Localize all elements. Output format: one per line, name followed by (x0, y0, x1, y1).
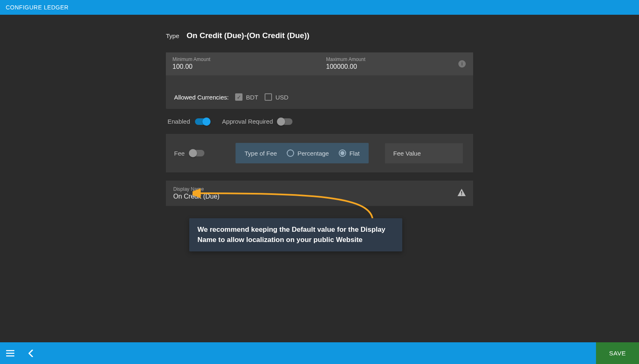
type-row: Type On Credit (Due)-(On Credit (Due)) (166, 31, 473, 40)
display-name-label: Display Name (173, 186, 466, 192)
header-bar: CONFIGURE LEDGER (0, 0, 639, 15)
toggle-knob (202, 118, 211, 126)
approval-toggle-group: Approval Required (222, 118, 292, 125)
display-name-field[interactable]: Display Name On Credit (Due) (166, 181, 473, 206)
content-area: Type On Credit (Due)-(On Credit (Due)) M… (0, 15, 639, 342)
type-of-fee-label: Type of Fee (245, 150, 277, 157)
amounts-panel: Minimum Amount 100.00 Maximum Amount 100… (166, 52, 473, 109)
display-name-value: On Credit (Due) (173, 193, 466, 200)
maximum-amount-field[interactable]: Maximum Amount 100000.00 (320, 52, 473, 75)
allowed-currencies-label: Allowed Currencies: (174, 94, 229, 101)
fee-value-label: Fee Value (393, 150, 421, 157)
annotation-callout: We recommend keeping the Default value f… (189, 218, 402, 251)
annotation-text: We recommend keeping the Default value f… (197, 226, 385, 244)
checkbox-icon: ✓ (235, 93, 242, 101)
warning-icon (458, 189, 466, 198)
currency-code: BDT (246, 94, 258, 101)
fee-toggle[interactable] (190, 150, 204, 156)
header-title: CONFIGURE LEDGER (6, 4, 68, 11)
enabled-toggle-group: Enabled (168, 118, 210, 125)
approval-toggle[interactable] (278, 118, 292, 125)
svg-rect-4 (6, 355, 14, 357)
fee-type-flat-radio[interactable]: Flat (339, 149, 360, 157)
fee-value-field[interactable]: Fee Value (385, 143, 463, 163)
radio-label: Flat (349, 150, 360, 157)
radio-icon (287, 149, 294, 157)
currency-checkbox-usd[interactable]: USD (265, 93, 288, 101)
type-value: On Credit (Due)-(On Credit (Due)) (187, 31, 310, 40)
save-button[interactable]: SAVE (596, 342, 639, 364)
currency-code: USD (275, 94, 288, 101)
checkbox-icon (265, 93, 272, 101)
svg-rect-0 (461, 191, 462, 194)
fee-type-box: Type of Fee Percentage Flat (236, 143, 369, 163)
menu-icon (6, 350, 14, 357)
maximum-amount-value: 100000.00 (326, 63, 467, 70)
type-label: Type (166, 32, 179, 39)
save-label: SAVE (609, 350, 626, 357)
currencies-row: Allowed Currencies: ✓ BDT USD (166, 85, 473, 109)
menu-button[interactable] (0, 342, 20, 364)
svg-rect-1 (461, 194, 462, 195)
back-button[interactable] (20, 342, 41, 364)
toggle-knob (189, 149, 197, 157)
minimum-amount-field[interactable]: Minimum Amount 100.00 (166, 52, 320, 75)
enabled-toggle[interactable] (195, 118, 210, 125)
svg-rect-3 (6, 353, 14, 354)
currency-checkbox-bdt[interactable]: ✓ BDT (235, 93, 258, 101)
toggle-knob (277, 118, 285, 126)
fee-toggle-group: Fee (174, 150, 219, 157)
enabled-label: Enabled (168, 118, 190, 125)
radio-label: Percentage (297, 150, 329, 157)
fee-type-percentage-radio[interactable]: Percentage (287, 149, 329, 157)
maximum-amount-label: Maximum Amount (326, 57, 467, 62)
amount-row: Minimum Amount 100.00 Maximum Amount 100… (166, 52, 473, 75)
footer-bar: SAVE (0, 342, 639, 364)
fee-label: Fee (174, 150, 185, 157)
svg-rect-2 (6, 350, 14, 351)
fee-panel: Fee Type of Fee Percentage Flat Fee Valu… (166, 134, 473, 172)
minimum-amount-label: Minimum Amount (172, 57, 313, 62)
approval-label: Approval Required (222, 118, 273, 125)
toggle-row: Enabled Approval Required (166, 118, 473, 125)
info-icon[interactable]: i (458, 60, 466, 68)
chevron-left-icon (28, 350, 33, 357)
minimum-amount-value: 100.00 (172, 63, 313, 70)
radio-icon (339, 149, 346, 157)
